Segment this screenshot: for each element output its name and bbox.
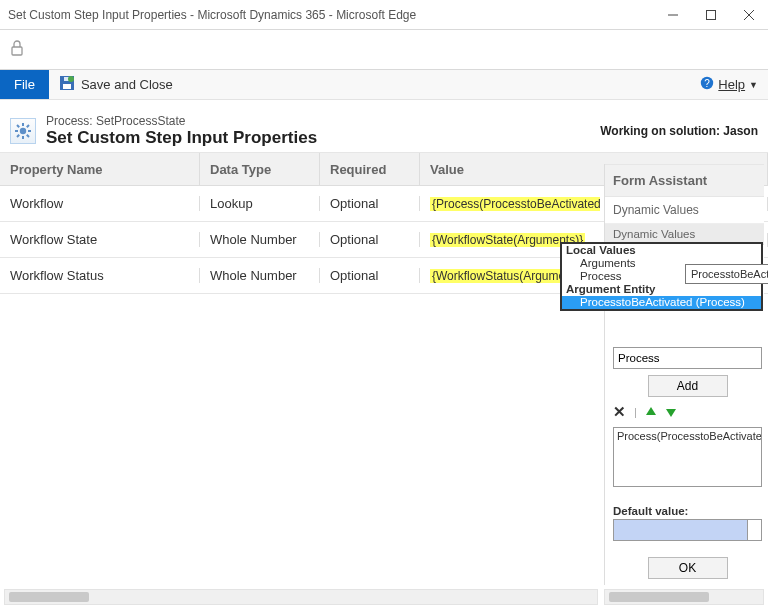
- separator-icon: |: [634, 406, 637, 418]
- form-assistant-header: Form Assistant: [605, 164, 764, 197]
- svg-line-19: [17, 135, 19, 137]
- horizontal-scrollbars: [4, 589, 764, 605]
- cell-name: Workflow State: [0, 232, 200, 247]
- svg-point-8: [68, 76, 74, 82]
- main-hscrollbar[interactable]: [4, 589, 598, 605]
- svg-marker-20: [646, 407, 656, 415]
- cell-type: Lookup: [200, 196, 320, 211]
- window-title: Set Custom Step Input Properties - Micro…: [8, 8, 654, 22]
- tree-group-argument-entity: Argument Entity: [562, 283, 761, 296]
- cell-type: Whole Number: [200, 268, 320, 283]
- add-button[interactable]: Add: [648, 375, 728, 397]
- svg-line-17: [27, 135, 29, 137]
- file-tab[interactable]: File: [0, 70, 49, 99]
- expression-listbox[interactable]: Process(ProcesstoBeActivated (Process)): [613, 427, 762, 487]
- remove-expression-button[interactable]: ✕: [613, 403, 626, 421]
- window-minimize-button[interactable]: [654, 0, 692, 30]
- tree-group-local-values: Local Values: [562, 244, 761, 257]
- operator-select[interactable]: [613, 347, 762, 369]
- svg-rect-1: [707, 10, 716, 19]
- svg-line-16: [17, 125, 19, 127]
- cell-required: Optional: [320, 232, 420, 247]
- value-expression: {Process(ProcesstoBeActivated (: [430, 197, 600, 211]
- cell-required: Optional: [320, 268, 420, 283]
- save-and-close-button[interactable]: Save and Close: [49, 70, 183, 99]
- save-and-close-label: Save and Close: [81, 77, 173, 92]
- window-titlebar: Set Custom Step Input Properties - Micro…: [0, 0, 768, 30]
- working-solution-label: Working on solution: Jason: [600, 124, 758, 138]
- svg-rect-4: [12, 47, 22, 55]
- process-icon: [10, 118, 36, 144]
- lock-icon: [10, 40, 24, 59]
- help-icon: ?: [700, 76, 714, 93]
- window-maximize-button[interactable]: [692, 0, 730, 30]
- col-header-name[interactable]: Property Name: [0, 153, 200, 185]
- assistant-hscrollbar[interactable]: [604, 589, 764, 605]
- breadcrumb: Process: SetProcessState: [46, 114, 590, 128]
- chevron-down-icon: ▼: [749, 80, 758, 90]
- help-menu[interactable]: ? Help ▼: [690, 70, 768, 99]
- default-value-edit-button[interactable]: [747, 520, 761, 540]
- move-up-button[interactable]: [645, 406, 657, 418]
- save-icon: [59, 75, 75, 94]
- page-title: Set Custom Step Input Properties: [46, 128, 590, 148]
- ribbon: File Save and Close ? Help ▼: [0, 70, 768, 100]
- help-label: Help: [718, 77, 745, 92]
- tree-item-processtobeactivated[interactable]: ProcesstoBeActivated (Process): [562, 296, 761, 309]
- move-down-button[interactable]: [665, 406, 677, 418]
- svg-text:?: ?: [705, 78, 711, 89]
- dynamic-values-tab[interactable]: Dynamic Values: [605, 197, 764, 224]
- cell-type: Whole Number: [200, 232, 320, 247]
- ok-button[interactable]: OK: [648, 557, 728, 579]
- window-close-button[interactable]: [730, 0, 768, 30]
- svg-marker-21: [666, 409, 676, 417]
- svg-rect-6: [63, 84, 71, 89]
- tooltip: ProcesstoBeActivated (P: [685, 264, 768, 284]
- default-value-label: Default value:: [613, 505, 762, 517]
- expression-item[interactable]: Process(ProcesstoBeActivated (Process)): [617, 430, 762, 442]
- svg-line-18: [27, 125, 29, 127]
- cell-name: Workflow Status: [0, 268, 200, 283]
- file-tab-label: File: [14, 77, 35, 92]
- col-header-type[interactable]: Data Type: [200, 153, 320, 185]
- cell-name: Workflow: [0, 196, 200, 211]
- cell-required: Optional: [320, 196, 420, 211]
- col-header-required[interactable]: Required: [320, 153, 420, 185]
- process-header: Process: SetProcessState Set Custom Step…: [0, 100, 768, 152]
- default-value-input[interactable]: [613, 519, 762, 541]
- lock-bar: [0, 30, 768, 70]
- form-assistant-panel: Form Assistant Dynamic Values Dynamic Va…: [604, 164, 764, 585]
- svg-point-11: [20, 128, 26, 134]
